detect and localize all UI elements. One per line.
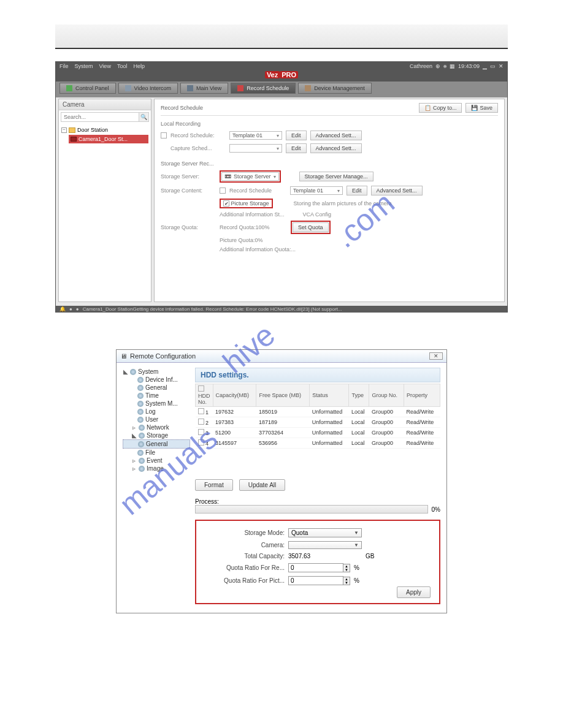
format-button[interactable]: Format [195, 479, 233, 491]
storage-content-label: Storage Content: [161, 188, 216, 194]
record-schedule-chk2[interactable] [220, 188, 226, 194]
row-checkbox[interactable] [198, 419, 204, 425]
advanced-settings-button-2[interactable]: Advanced Sett... [310, 143, 362, 153]
tree-network[interactable]: ▹Network [123, 423, 190, 431]
capture-schedule-label: Capture Sched... [170, 145, 226, 151]
tree-camera-selected[interactable]: Camera1_Door St... [69, 135, 148, 143]
process-label: Process: [195, 498, 440, 505]
copy-to-button[interactable]: 📋 Copy to... [419, 103, 462, 113]
record-schedule-checkbox[interactable] [161, 132, 167, 138]
status-indicator-icon: ● [76, 306, 79, 312]
tree-system-m[interactable]: System M... [123, 400, 190, 408]
srv-edit-button[interactable]: Edit [347, 186, 367, 195]
row-checkbox[interactable] [198, 408, 204, 414]
intercom-icon [125, 85, 131, 91]
edit-button[interactable]: Edit [286, 131, 307, 140]
panel-title: Record Schedule [161, 105, 203, 111]
hdd-settings-title: HDD settings. [195, 368, 440, 382]
close-icon[interactable]: ✕ [499, 63, 504, 69]
capture-template-select[interactable]: ▾ [229, 144, 282, 153]
globe-icon [130, 369, 136, 375]
min-icon[interactable]: ▁ [483, 63, 487, 69]
tree-time[interactable]: Time [123, 392, 190, 400]
close-button[interactable]: ✕ [429, 352, 443, 360]
srv-template-select[interactable]: Template 01▾ [290, 186, 343, 195]
table-row[interactable]: 1197632185019UnformattedLocalGroup00Read… [196, 407, 440, 417]
tree-storage-general[interactable]: General [123, 439, 190, 449]
tab-main-view[interactable]: Main View [180, 83, 228, 94]
progress-bar [195, 505, 428, 514]
tree-image[interactable]: ▹Image [123, 464, 190, 472]
camera-search[interactable]: 🔍 [61, 112, 149, 122]
set-quota-button[interactable]: Set Quota [293, 222, 329, 232]
storage-server-manage-button[interactable]: Storage Server Manage... [299, 172, 373, 181]
update-all-button[interactable]: Update All [239, 479, 286, 491]
picture-storage-checkbox[interactable]: ✔ [223, 200, 229, 207]
storage-mode-select[interactable]: Quota▼ [288, 528, 362, 537]
current-user: Cathreen [410, 63, 432, 69]
tree-file[interactable]: File [123, 449, 190, 457]
tree-device-info[interactable]: Device Inf... [123, 376, 190, 384]
storage-server-select[interactable]: 📼 Storage Server▾ [221, 172, 279, 181]
status-bar: 🔔 ● ● Camera1_Door StationGetting device… [56, 305, 507, 313]
menu-system[interactable]: System [75, 63, 93, 69]
menu-file[interactable]: File [59, 63, 69, 69]
storage-quota-label: Storage Quota: [161, 224, 216, 230]
lock-icon[interactable]: ⎈ [443, 63, 446, 69]
picture-quota-value: Picture Quota:0% [220, 237, 263, 243]
remote-configuration-dialog: 🖥 Remote Configuration ✕ ◣System Device … [116, 349, 447, 613]
srv-adv-button[interactable]: Advanced Sett... [371, 186, 423, 195]
quota-ratio-picture-input[interactable]: ▲▼ [288, 576, 350, 585]
clock-time: 19:43:09 [458, 63, 480, 69]
tree-root-door-station[interactable]: − Door Station [61, 126, 148, 134]
total-capacity-value: 3507.63 [288, 553, 362, 559]
local-recording-title: Local Recording [161, 121, 498, 127]
tree-general[interactable]: General [123, 384, 190, 392]
edit-button-2[interactable]: Edit [286, 143, 307, 153]
tree-log[interactable]: Log [123, 408, 190, 415]
apply-button[interactable]: Apply [397, 586, 431, 598]
tab-record-schedule[interactable]: Record Schedule [231, 83, 296, 94]
tree-system[interactable]: ◣System [123, 368, 190, 376]
quota-ratio-record-input[interactable]: ▲▼ [288, 563, 350, 572]
picture-storage-note: Storing the alarm pictures of the camera [294, 200, 392, 207]
select-all-checkbox[interactable] [198, 385, 204, 392]
advanced-settings-button[interactable]: Advanced Sett... [310, 131, 362, 140]
template-select[interactable]: Template 01▾ [229, 131, 282, 140]
tab-control-panel[interactable]: Control Panel [59, 83, 116, 94]
row-checkbox[interactable] [198, 429, 204, 435]
quota-ratio-picture-label: Quota Ratio For Pict... [205, 577, 285, 584]
save-button[interactable]: 💾 Save [465, 103, 498, 113]
tab-video-intercom[interactable]: Video Intercom [118, 83, 178, 94]
camera-select[interactable]: ▼ [288, 541, 362, 549]
tree-user[interactable]: User [123, 415, 190, 423]
sidebar-title: Camera [59, 99, 151, 110]
menu-view[interactable]: View [99, 63, 111, 69]
row-checkbox[interactable] [198, 439, 204, 446]
record-icon [237, 85, 243, 91]
layout-icon[interactable]: ▦ [450, 63, 455, 69]
table-row[interactable]: 2197383187189UnformattedLocalGroup00Read… [196, 417, 440, 428]
tree-event[interactable]: ▹Event [123, 457, 190, 464]
table-row[interactable]: 43145597536956UnformattedLocalGroup00Rea… [196, 438, 440, 449]
main-tabs: Control Panel Video Intercom Main View R… [56, 80, 507, 96]
tab-device-management[interactable]: Device Management [298, 83, 372, 94]
app-logo: VezPRO [56, 70, 507, 80]
search-input[interactable] [61, 113, 139, 121]
menu-help[interactable]: Help [133, 63, 145, 69]
search-icon[interactable]: 🔍 [139, 113, 148, 121]
status-text: Camera1_Door StationGetting device infor… [83, 306, 342, 312]
table-row[interactable]: 35120037703264UnformattedLocalGroup00Rea… [196, 428, 440, 438]
dialog-title: Remote Configuration [130, 352, 196, 360]
additional-quota-value: Additional Information Quota:... [220, 246, 296, 252]
menu-tool[interactable]: Tool [117, 63, 128, 69]
config-tree: ◣System Device Inf... General Time Syste… [123, 368, 190, 604]
alert-icon[interactable]: 🔔 [59, 306, 66, 312]
camera-tree: − Door Station Camera1_Door St... [59, 124, 151, 146]
globe-icon[interactable]: ⊕ [435, 63, 440, 69]
collapse-icon[interactable]: − [61, 127, 67, 133]
record-quota-value: Record Quota:100% [220, 224, 287, 230]
max-icon[interactable]: ▭ [490, 63, 496, 69]
tree-storage[interactable]: ◣Storage [123, 431, 190, 439]
camera-label: Camera: [205, 542, 285, 548]
